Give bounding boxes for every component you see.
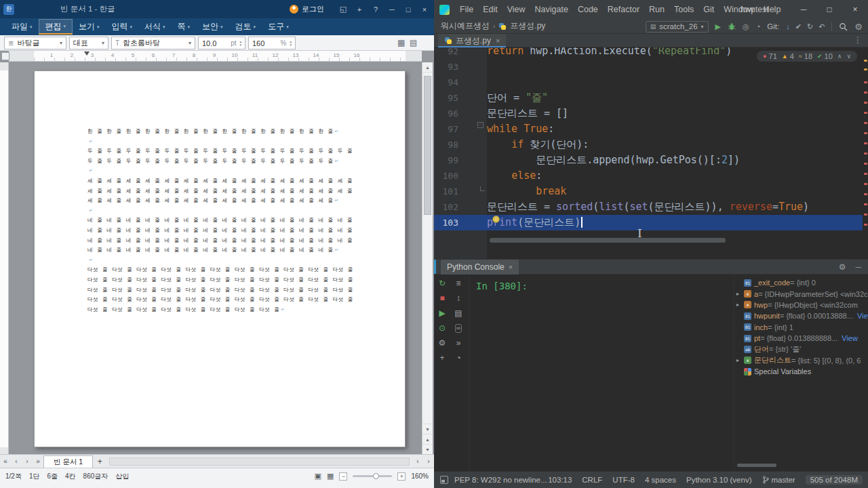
- add-document-tab-button[interactable]: +: [93, 457, 106, 466]
- breadcrumb-file[interactable]: 프생성.py: [510, 20, 545, 32]
- document-tab[interactable]: 빈 문서 1: [43, 455, 93, 468]
- error-stripe-mark[interactable]: [864, 203, 867, 205]
- error-stripe-mark[interactable]: [864, 183, 867, 185]
- variable-row[interactable]: ▸≡a = {IDHwpParameterSet} <win32com: [734, 288, 868, 299]
- spinner-arrows-icon[interactable]: ▴▾: [290, 40, 292, 47]
- warning-stripe-mark[interactable]: [864, 60, 867, 62]
- view-columns-icon[interactable]: ▤: [410, 38, 417, 47]
- code-editor[interactable]: 92return hwp.HAction.Execute("RepeatFind…: [434, 47, 868, 259]
- horizontal-scroll-track[interactable]: [109, 458, 410, 466]
- add-tool-icon[interactable]: +: [351, 0, 368, 18]
- error-stripe-mark[interactable]: [864, 224, 867, 226]
- error-stripe-mark[interactable]: [864, 152, 867, 155]
- menu-도구[interactable]: 도구▾: [262, 19, 295, 35]
- paragraph-style-combo[interactable]: ≣ 바탕글 ▾: [4, 37, 66, 49]
- error-stripe-mark[interactable]: [864, 102, 867, 104]
- code-line[interactable]: 94: [434, 75, 863, 90]
- error-stripe[interactable]: [863, 47, 868, 259]
- error-stripe-mark[interactable]: [864, 193, 867, 195]
- soft-wrap-icon[interactable]: ↕: [456, 294, 460, 303]
- more-options-icon[interactable]: ⋮: [854, 35, 863, 45]
- typo-indicator[interactable]: ≈18: [799, 52, 812, 60]
- special-variables-icon[interactable]: ∞: [455, 324, 462, 333]
- menu-navigate[interactable]: Navigate: [530, 0, 573, 19]
- menu-서식[interactable]: 서식▾: [138, 19, 172, 35]
- variable-row[interactable]: 01hwpunit = {float} 0.00013888...View: [734, 310, 868, 321]
- variables-horizontal-scrollbar[interactable]: [737, 464, 776, 467]
- menu-검토[interactable]: 검토▾: [229, 19, 262, 35]
- inspections-widget[interactable]: ●71▲4≈18✔10 ∧ ∨: [757, 51, 857, 62]
- update-project-icon[interactable]: ↓: [786, 22, 790, 31]
- status-item[interactable]: UTF-8: [612, 476, 635, 484]
- new-console-icon[interactable]: +: [439, 354, 444, 363]
- variable-row[interactable]: Special Variables: [734, 366, 868, 377]
- code-line[interactable]: 95단어 = "줄": [434, 90, 863, 106]
- paragraph[interactable]: 네 줄 네 줄 네 줄 네 줄 네 줄 네 줄 네 줄 네 줄 네 줄 네 줄 …: [87, 216, 356, 255]
- rollback-icon[interactable]: ↶: [818, 22, 825, 31]
- attach-debugger-icon[interactable]: ⊙: [439, 324, 446, 333]
- font-combo[interactable]: T 함초롬바탕 ▾: [111, 37, 195, 49]
- indent-marker-icon[interactable]: [84, 52, 90, 58]
- document-text[interactable]: 한 줄 한 줄 한 줄 한 줄 한 줄 한 줄 한 줄 한 줄 한 줄 한 줄 …: [87, 127, 356, 314]
- document-page[interactable]: 한 줄 한 줄 한 줄 한 줄 한 줄 한 줄 한 줄 한 줄 한 줄 한 줄 …: [34, 70, 406, 447]
- tab-scroll-left-icon[interactable]: ‹: [412, 458, 423, 465]
- settings-gear-icon[interactable]: ⚙: [854, 22, 863, 32]
- paragraph[interactable]: 두 줄 두 줄 두 줄 두 줄 두 줄 두 줄 두 줄 두 줄 두 줄 두 줄 …: [87, 146, 356, 166]
- minimize-icon[interactable]: ─: [384, 0, 400, 18]
- line-spacing-spinner[interactable]: 160 % ▴▾: [248, 37, 296, 49]
- hide-panel-icon[interactable]: ─: [855, 262, 861, 272]
- scrollbar-thumb[interactable]: [424, 76, 431, 215]
- menu-git[interactable]: Git: [698, 0, 719, 19]
- warning-stripe-mark[interactable]: [864, 68, 867, 70]
- menu-tools[interactable]: Tools: [669, 0, 698, 19]
- commit-icon[interactable]: ✔: [795, 22, 802, 31]
- code-line[interactable]: 98 if 찾기(단어):: [434, 137, 863, 152]
- error-stripe-mark[interactable]: [864, 112, 867, 114]
- error-stripe-mark[interactable]: [864, 142, 867, 144]
- error-stripe-mark[interactable]: [864, 81, 867, 83]
- menu-입력[interactable]: 입력▾: [106, 19, 139, 35]
- error-stripe-mark[interactable]: [864, 132, 867, 134]
- paragraph[interactable]: ↵: [87, 256, 356, 266]
- code-line[interactable]: 102문단리스트 = sorted(list(set(문단리스트)), reve…: [434, 199, 863, 215]
- close-icon[interactable]: ×: [842, 0, 868, 19]
- code-line[interactable]: 96문단리스트 = []: [434, 106, 863, 121]
- history-icon[interactable]: ◔: [456, 354, 460, 363]
- expand-chevron-icon[interactable]: ▸: [736, 291, 743, 297]
- next-problem-icon[interactable]: ∨: [846, 53, 851, 60]
- font-size-spinner[interactable]: 10.0 pt ▴▾: [198, 37, 245, 49]
- run-icon[interactable]: ▶: [439, 309, 445, 318]
- expand-chevron-icon[interactable]: ▸: [736, 302, 743, 308]
- login-button[interactable]: 로그인: [290, 4, 324, 14]
- menu-file[interactable]: File: [455, 0, 478, 19]
- refresh-icon[interactable]: ↻: [807, 22, 813, 31]
- stop-icon[interactable]: ■: [439, 294, 444, 303]
- variable-row[interactable]: ▸≡hwp = {IHwpObject} <win32com: [734, 300, 868, 310]
- git-branch-widget[interactable]: master: [762, 476, 795, 484]
- print-icon[interactable]: ▤: [454, 309, 462, 318]
- page-width-view-icon[interactable]: ▦: [327, 472, 334, 481]
- warning-indicator[interactable]: ▲4: [782, 52, 794, 60]
- editor-horizontal-scrollbar[interactable]: [490, 238, 726, 243]
- style-set-combo[interactable]: 대표 ▾: [69, 37, 108, 49]
- menu-edit[interactable]: Edit: [478, 0, 502, 19]
- error-stripe-mark[interactable]: [864, 214, 867, 216]
- menu-보기[interactable]: 보기▾: [73, 19, 106, 35]
- run-configuration-select[interactable]: ▤ scratch_26 ▾: [646, 21, 709, 33]
- code-line[interactable]: 97while True:: [434, 121, 863, 137]
- inspection-status-message[interactable]: PEP 8: W292 no newline...: [454, 472, 547, 488]
- maximize-icon[interactable]: □: [816, 0, 842, 19]
- vertical-ruler[interactable]: [0, 62, 9, 454]
- code-line[interactable]: 101 break: [434, 184, 863, 199]
- editor-tab[interactable]: 프생성.py ×: [438, 34, 506, 47]
- intention-bulb-icon[interactable]: [492, 216, 500, 223]
- doc-nav-icon[interactable]: ›: [22, 458, 33, 465]
- menu-보안[interactable]: 보안▾: [196, 19, 229, 35]
- error-stripe-mark[interactable]: [864, 173, 867, 175]
- menu-view[interactable]: View: [502, 0, 530, 19]
- page-view-icon[interactable]: ▣: [315, 472, 321, 481]
- horizontal-ruler[interactable]: 12345678910111213141516: [9, 51, 422, 62]
- tool-windows-icon[interactable]: [440, 476, 448, 484]
- console-prompt[interactable]: In [380]:: [476, 281, 528, 291]
- status-item[interactable]: Python 3.10 (venv): [686, 476, 752, 484]
